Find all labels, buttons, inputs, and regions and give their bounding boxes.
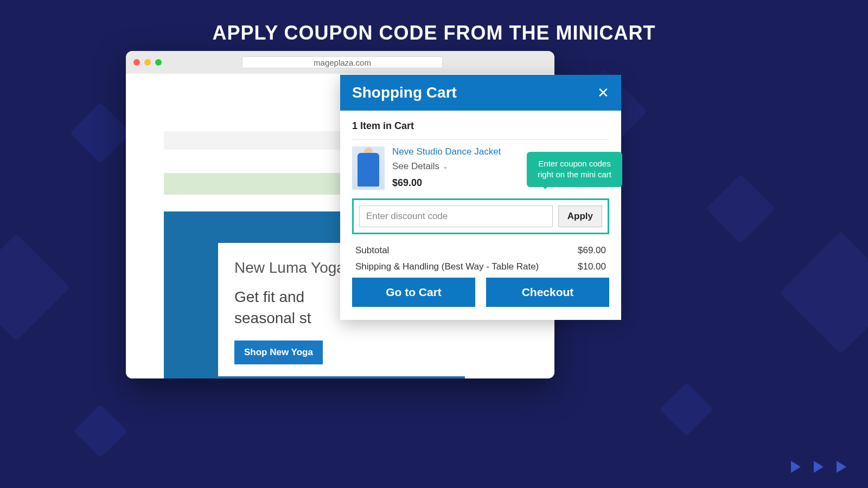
totals-section: Subtotal $69.00 Shipping & Handling (Bes… bbox=[352, 245, 609, 272]
browser-toolbar: mageplaza.com bbox=[126, 51, 554, 74]
bg-cube bbox=[660, 383, 713, 436]
subtotal-label: Subtotal bbox=[355, 245, 389, 256]
next-arrow-icon[interactable] bbox=[837, 461, 846, 473]
product-name-link[interactable]: Neve Studio Dance Jacket bbox=[392, 146, 501, 157]
shop-new-yoga-button[interactable]: Shop New Yoga bbox=[234, 341, 323, 364]
address-bar-text: mageplaza.com bbox=[314, 58, 371, 67]
shipping-value: $10.00 bbox=[578, 261, 606, 272]
see-details-label: See Details bbox=[392, 161, 439, 172]
callout-tooltip: Enter coupon codes right on the mini car… bbox=[527, 152, 622, 187]
bg-cube bbox=[706, 174, 775, 243]
window-zoom-icon[interactable] bbox=[155, 59, 162, 66]
next-arrow-icon[interactable] bbox=[814, 461, 824, 473]
minicart-header: Shopping Cart ✕ bbox=[340, 75, 621, 111]
bg-cube bbox=[780, 232, 868, 354]
address-bar[interactable]: mageplaza.com bbox=[242, 56, 443, 68]
shipping-row: Shipping & Handling (Best Way - Table Ra… bbox=[352, 261, 609, 272]
bg-cube bbox=[69, 102, 131, 163]
minicart-panel: Shopping Cart ✕ 1 Item in Cart Neve Stud… bbox=[340, 75, 621, 320]
slide-nav bbox=[791, 461, 846, 473]
product-image[interactable] bbox=[352, 146, 385, 190]
bg-cube bbox=[0, 234, 70, 341]
cart-item-count: 1 Item in Cart bbox=[352, 120, 609, 132]
shipping-label: Shipping & Handling (Best Way - Table Ra… bbox=[355, 261, 539, 272]
slide-title: APPLY COUPON CODE FROM THE MINICART bbox=[0, 0, 868, 44]
next-arrow-icon[interactable] bbox=[791, 461, 801, 473]
minicart-title: Shopping Cart bbox=[352, 84, 457, 101]
close-icon[interactable]: ✕ bbox=[597, 85, 609, 101]
window-close-icon[interactable] bbox=[133, 59, 140, 66]
divider bbox=[352, 139, 609, 140]
checkout-button[interactable]: Checkout bbox=[486, 278, 609, 307]
subtotal-value: $69.00 bbox=[578, 245, 606, 256]
bg-cube bbox=[74, 404, 127, 458]
discount-code-input[interactable] bbox=[359, 206, 553, 227]
subtotal-row: Subtotal $69.00 bbox=[352, 245, 609, 256]
apply-coupon-button[interactable]: Apply bbox=[558, 206, 602, 227]
go-to-cart-button[interactable]: Go to Cart bbox=[352, 278, 475, 307]
coupon-section: Apply bbox=[352, 198, 609, 234]
window-minimize-icon[interactable] bbox=[144, 59, 151, 66]
chevron-down-icon: ⌄ bbox=[443, 163, 448, 170]
